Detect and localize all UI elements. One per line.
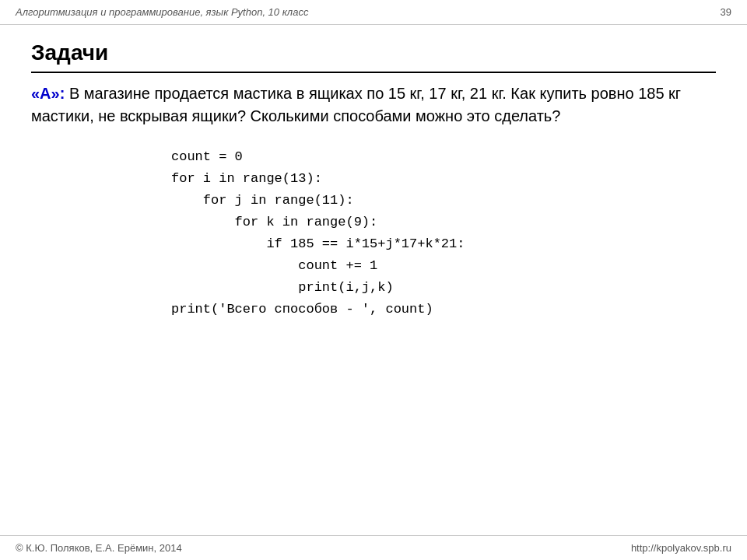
code-line-7: print(i,j,k) <box>171 277 716 299</box>
footer: © К.Ю. Поляков, Е.А. Ерёмин, 2014 http:/… <box>0 535 747 560</box>
task-label: «А»: <box>31 85 65 102</box>
code-block: count = 0 for i in range(13): for j in r… <box>31 146 716 320</box>
footer-right: http://kpolyakov.spb.ru <box>631 542 731 554</box>
task-text: «А»: В магазине продается мастика в ящик… <box>31 82 716 128</box>
code-line-2: for i in range(13): <box>171 168 716 190</box>
main-content: Задачи «А»: В магазине продается мастика… <box>0 25 747 336</box>
code-line-1: count = 0 <box>171 146 716 168</box>
code-line-6: count += 1 <box>171 255 716 277</box>
header-title: Алгоритмизация и программирование, язык … <box>16 6 308 18</box>
code-line-8: print('Всего способов - ', count) <box>171 299 716 320</box>
code-line-4: for k in range(9): <box>171 212 716 233</box>
top-bar: Алгоритмизация и программирование, язык … <box>0 0 747 25</box>
task-body: В магазине продается мастика в ящиках по… <box>31 85 681 124</box>
code-line-3: for j in range(11): <box>171 190 716 212</box>
code-line-5: if 185 == i*15+j*17+k*21: <box>171 233 716 255</box>
footer-left: © К.Ю. Поляков, Е.А. Ерёмин, 2014 <box>16 542 182 554</box>
slide-number: 39 <box>721 6 731 18</box>
page-heading: Задачи <box>31 40 716 73</box>
